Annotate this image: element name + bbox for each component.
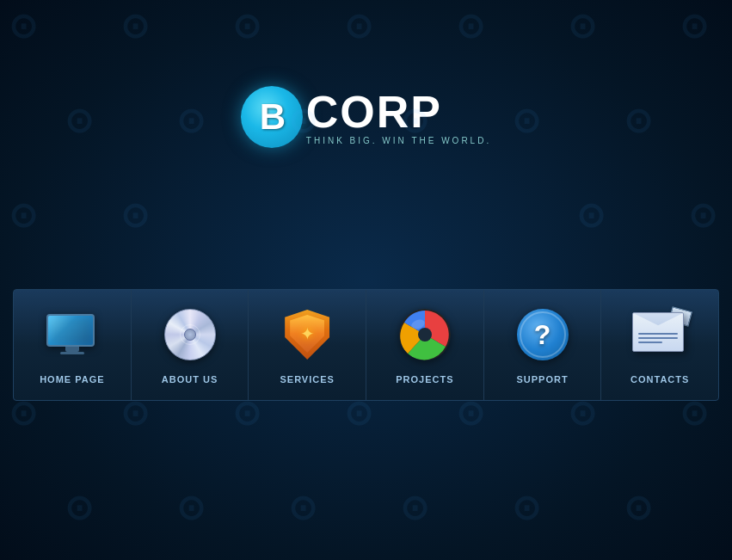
- nav-item-contacts[interactable]: CONTACTS: [601, 290, 718, 400]
- svg-point-1: [418, 328, 432, 342]
- watermark-cell: ⊙: [176, 490, 206, 525]
- watermark-cell: ⊙: [624, 490, 653, 525]
- watermark-cell: ⊙: [688, 198, 717, 232]
- nav-label-about-us: ABOUT US: [162, 374, 218, 385]
- logo-letter: B: [260, 96, 286, 138]
- logo-tagline: THINK BIG. WIN THE WORLD.: [306, 136, 491, 145]
- watermark-cell: ⊙: [576, 198, 606, 232]
- nav-item-support[interactable]: SUPPORT: [484, 290, 602, 400]
- nav-label-contacts: CONTACTS: [631, 374, 689, 385]
- nav-label-projects: PROJECTS: [396, 374, 453, 385]
- watermark-cell: ⊙: [232, 396, 261, 430]
- watermark-cell: ⊙: [400, 490, 429, 525]
- nav-item-services[interactable]: ✦ SERVICES: [249, 290, 366, 400]
- nav-bar: HOME PAGE ABOUT US ✦ SERVICES: [13, 289, 719, 401]
- nav-item-projects[interactable]: PROJECTS: [366, 290, 484, 400]
- nav-label-home-page: HOME PAGE: [40, 374, 104, 385]
- shield-icon: ✦: [280, 307, 335, 362]
- watermark-cell: ⊙: [680, 396, 709, 430]
- watermark-cell: ⊙: [512, 490, 541, 525]
- watermark-cell: ⊙: [568, 396, 597, 430]
- watermark-cell: ⊙: [9, 198, 38, 232]
- logo-container: B CORP THINK BIG. WIN THE WORLD.: [0, 0, 732, 191]
- watermark-cell: ⊙: [65, 490, 94, 525]
- watermark-cell: ⊙: [288, 490, 317, 525]
- watermark-cell: ⊙: [120, 396, 150, 430]
- watermark-cell: ⊙: [344, 396, 373, 430]
- mail-icon: [632, 307, 687, 362]
- logo-circle: B: [241, 86, 303, 148]
- logo-text-group: CORP THINK BIG. WIN THE WORLD.: [306, 89, 491, 145]
- logo-wrapper: B CORP THINK BIG. WIN THE WORLD.: [241, 86, 491, 148]
- nav-item-about-us[interactable]: ABOUT US: [132, 290, 249, 400]
- watermark-cell: ⊙: [9, 396, 38, 430]
- nav-label-services: SERVICES: [280, 374, 334, 385]
- support-icon: [515, 307, 570, 362]
- nav-item-home-page[interactable]: HOME PAGE: [14, 290, 132, 400]
- nav-label-support: SUPPORT: [516, 374, 568, 385]
- watermark-cell: ⊙: [120, 198, 150, 232]
- logo-name: CORP: [306, 89, 491, 134]
- cd-icon: [163, 307, 218, 362]
- watermark-cell: ⊙: [456, 396, 485, 430]
- projects-icon: [397, 307, 452, 362]
- monitor-icon: [45, 307, 100, 362]
